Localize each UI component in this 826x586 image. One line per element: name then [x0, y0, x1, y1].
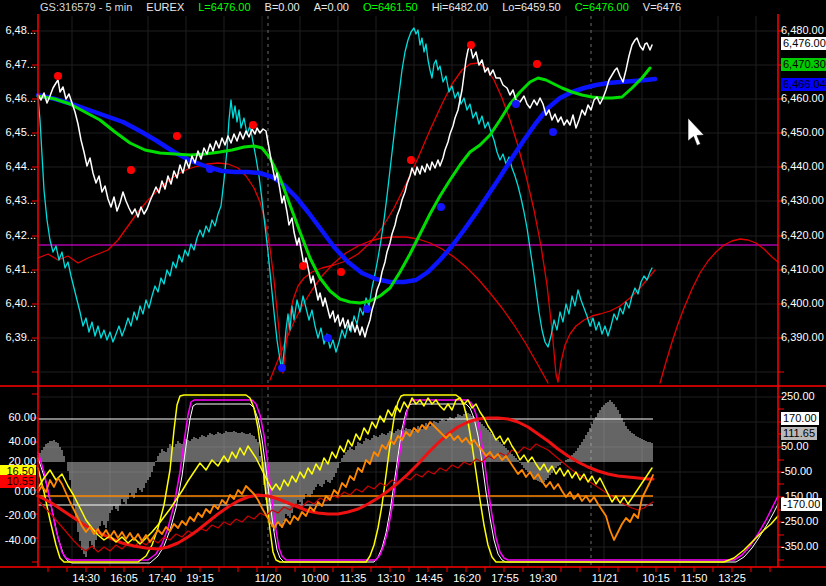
main_panel-left-axis-label: 6,40...	[0, 297, 36, 310]
main_panel-right-axis-label: 6,460.00	[781, 92, 824, 105]
main_panel-left-axis-label: 6,48...	[0, 24, 36, 37]
main_panel-left-axis-label: 6,46...	[0, 92, 36, 105]
lower_panel-right-axis-label: 111.65	[781, 427, 817, 440]
main_panel-left-axis-label: 6,39...	[0, 331, 36, 344]
sell-signal-dot	[299, 262, 307, 270]
time-axis-label: 14:45	[415, 572, 443, 584]
lower_panel-left-axis-label: 0.00	[0, 485, 36, 498]
buy-signal-dot	[549, 128, 557, 136]
main_panel-left-axis-label: 6,44...	[0, 160, 36, 173]
main_panel-left-axis-label: 6,45...	[0, 126, 36, 139]
time-axis-label: 10:15	[642, 572, 670, 584]
main_panel-right-axis-label: 6,410.00	[781, 263, 824, 276]
lower_panel-right-axis-label: 250.00	[781, 390, 815, 403]
buy-signal-dot	[324, 334, 332, 342]
time-axis-label: 17:55	[491, 572, 519, 584]
time-axis-label: 19:30	[529, 572, 557, 584]
time-axis-label: 11/20	[255, 572, 282, 584]
main_panel-right-axis-label: 6,400.00	[781, 297, 824, 310]
chart-window: GS:316579 - 5 minEUREXL=6476.00B=0.00A=0…	[0, 0, 826, 586]
lower_panel-right-axis-label: -250.00	[781, 515, 818, 528]
main_panel-right-axis-label: 6,470.30	[781, 58, 826, 71]
sell-signal-dot	[467, 41, 475, 49]
lower_panel-right-axis-label: -170.00	[781, 498, 822, 511]
main_panel-left-axis-label: 6,42...	[0, 229, 36, 242]
buy-signal-dot	[206, 165, 214, 173]
main_panel-right-axis-label: 6,430.00	[781, 194, 824, 207]
main_panel-left-axis-label: 6,47...	[0, 58, 36, 71]
buy-signal-dot	[512, 100, 520, 108]
main-plot-area[interactable]	[38, 16, 778, 384]
chart-canvas[interactable]	[0, 0, 826, 586]
sell-signal-dot	[337, 268, 345, 276]
sell-signal-dot	[407, 156, 415, 164]
main_panel-right-axis-label: 6,480.00	[781, 24, 824, 37]
main_panel-left-axis-label: 6,41...	[0, 263, 36, 276]
main_panel-right-axis-label: 6,476.00	[781, 37, 826, 50]
buy-signal-dot	[278, 364, 286, 372]
lower_panel-left-axis-label: -20.00	[0, 509, 36, 522]
buy-signal-dot	[363, 305, 371, 313]
time-axis-label: 13:10	[377, 572, 405, 584]
time-axis-label: 16:20	[453, 572, 481, 584]
time-axis-label: 13:25	[718, 572, 746, 584]
main_panel-left-axis-label: 6,43...	[0, 194, 36, 207]
time-axis-label: 16:05	[110, 572, 138, 584]
time-axis-label: 11:50	[681, 572, 708, 584]
time-axis-label: 17:40	[148, 572, 176, 584]
sell-signal-dot	[533, 60, 541, 68]
main_panel-right-axis-label: 6,450.00	[781, 126, 824, 139]
time-axis-label: 11:35	[340, 572, 367, 584]
lower_panel-right-axis-label: -50.00	[781, 465, 812, 478]
lower_panel-right-axis-label: 170.00	[781, 412, 819, 425]
main_panel-right-axis-label: 6,466.04	[781, 78, 826, 91]
sell-signal-dot	[127, 166, 135, 174]
lower_panel-right-axis-label: -350.00	[781, 540, 818, 553]
sell-signal-dot	[54, 72, 62, 80]
lower_panel-right-axis-label: 50.00	[781, 440, 809, 453]
time-axis-label: 11/21	[592, 572, 619, 584]
sell-signal-dot	[173, 132, 181, 140]
main_panel-right-axis-label: 6,390.00	[781, 331, 824, 344]
lower_panel-left-axis-label: -40.00	[0, 534, 36, 547]
time-axis-label: 14:30	[72, 572, 100, 584]
time-axis-label: 10:00	[301, 572, 329, 584]
sell-signal-dot	[249, 121, 257, 129]
time-axis-label: 19:15	[186, 572, 214, 584]
main_panel-right-axis-label: 6,440.00	[781, 160, 824, 173]
buy-signal-dot	[437, 203, 445, 211]
lower_panel-left-axis-label: 60.00	[0, 411, 36, 424]
lower_panel-left-axis-label: 40.00	[0, 435, 36, 448]
main_panel-right-axis-label: 6,420.00	[781, 229, 824, 242]
